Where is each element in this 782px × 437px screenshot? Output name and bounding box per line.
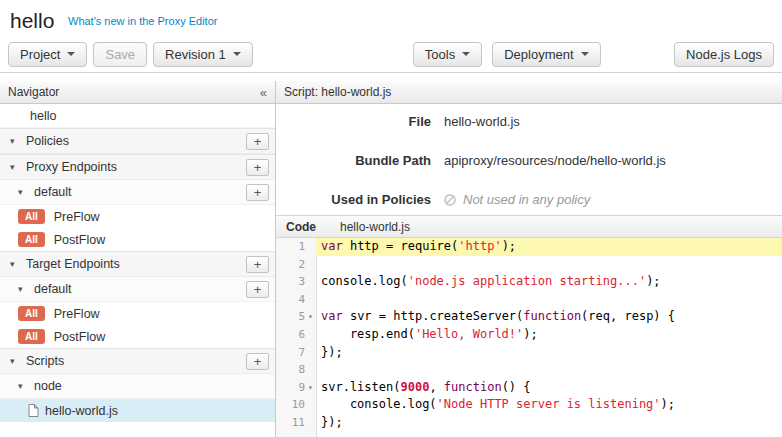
- expander-icon[interactable]: ▾: [18, 187, 28, 197]
- code-text[interactable]: console.log('node.js application startin…: [316, 273, 782, 291]
- toolbar: Project Save Revision 1 Tools Deployment: [0, 36, 782, 73]
- nav-row-label: Proxy Endpoints: [26, 160, 117, 174]
- nav-flow-proxy-postflow[interactable]: AllPostFlow: [0, 228, 275, 251]
- add-button[interactable]: +: [246, 256, 269, 273]
- code-text[interactable]: console.log('Node HTTP server is listeni…: [316, 396, 782, 414]
- expander-icon[interactable]: ▾: [18, 284, 28, 294]
- add-button[interactable]: +: [246, 353, 269, 370]
- nav-file-hello-world-js[interactable]: hello-world.js: [0, 399, 275, 422]
- nav-section-policies[interactable]: ▾Policies+: [0, 128, 275, 154]
- code-text[interactable]: var http = require('http');: [316, 238, 782, 256]
- tools-menu-button[interactable]: Tools: [413, 42, 482, 67]
- code-line-11: 11});: [276, 414, 782, 432]
- nav-subsection-proxy-default[interactable]: ▾default+: [0, 180, 275, 205]
- used-in-policies-row: Used in Policies Not used in any policy: [276, 192, 782, 207]
- expander-icon[interactable]: ▾: [10, 356, 20, 366]
- line-gutter: 2: [276, 256, 316, 274]
- unlink-icon: [444, 194, 456, 206]
- nav-section-target-endpoints[interactable]: ▾Target Endpoints+: [0, 251, 275, 277]
- page-header: hello What's new in the Proxy Editor: [0, 0, 782, 36]
- code-text[interactable]: [316, 361, 782, 379]
- code-text[interactable]: });: [316, 344, 782, 362]
- tools-menu-label: Tools: [425, 47, 455, 62]
- code-text[interactable]: [316, 291, 782, 309]
- nav-flow-target-postflow[interactable]: AllPostFlow: [0, 325, 275, 348]
- line-number: 4: [298, 291, 305, 309]
- code-bar-label: Code: [276, 220, 326, 234]
- fold-spacer: [305, 326, 316, 344]
- save-button-label: Save: [105, 47, 135, 62]
- deployment-menu-button[interactable]: Deployment: [492, 42, 600, 67]
- code-line-7: 7});: [276, 344, 782, 362]
- nav-row-label: hello: [30, 109, 56, 123]
- file-field-label: File: [276, 114, 431, 129]
- whats-new-link[interactable]: What's new in the Proxy Editor: [68, 15, 217, 27]
- expander-icon[interactable]: ▾: [10, 136, 20, 146]
- script-details-form: File hello-world.js Bundle Path apiproxy…: [276, 104, 782, 215]
- code-line-10: 10 console.log('Node HTTP server is list…: [276, 396, 782, 414]
- script-panel: Script: hello-world.js File hello-world.…: [276, 81, 782, 437]
- add-button[interactable]: +: [246, 133, 269, 150]
- code-text[interactable]: svr.listen(9000, function() {: [316, 379, 782, 397]
- proxy-title: hello: [10, 9, 54, 33]
- code-text[interactable]: var svr = http.createServer(function(req…: [316, 308, 782, 326]
- line-number: 1: [298, 238, 305, 256]
- line-gutter: 7: [276, 344, 316, 362]
- code-text[interactable]: });: [316, 414, 782, 432]
- add-button[interactable]: +: [246, 159, 269, 176]
- expander-icon[interactable]: ▾: [10, 259, 20, 269]
- add-button[interactable]: +: [246, 281, 269, 298]
- nav-item-hello[interactable]: hello: [0, 104, 275, 128]
- code-file-tab[interactable]: hello-world.js: [340, 220, 410, 234]
- line-number: 10: [292, 396, 305, 414]
- condition-badge: All: [18, 306, 45, 321]
- save-button[interactable]: Save: [93, 42, 147, 67]
- deployment-menu-label: Deployment: [504, 47, 573, 62]
- fold-spacer: [305, 291, 316, 309]
- nav-subsection-node[interactable]: ▾node: [0, 374, 275, 399]
- fold-spacer: [305, 344, 316, 362]
- toolbar-left-group: Project Save Revision 1: [8, 42, 253, 67]
- used-in-policies-label: Used in Policies: [276, 192, 431, 207]
- nav-row-label: PostFlow: [54, 233, 105, 247]
- line-gutter: 4: [276, 291, 316, 309]
- nodejs-logs-label: Node.js Logs: [686, 47, 762, 62]
- line-gutter: 9▾: [276, 379, 316, 397]
- add-button[interactable]: +: [246, 184, 269, 201]
- nav-section-proxy-endpoints[interactable]: ▾Proxy Endpoints+: [0, 154, 275, 180]
- nav-subsection-target-default[interactable]: ▾default+: [0, 277, 275, 302]
- condition-badge: All: [18, 209, 45, 224]
- line-number: 9: [298, 379, 305, 397]
- fold-icon[interactable]: ▾: [305, 308, 316, 326]
- nav-section-scripts[interactable]: ▾Scripts+: [0, 348, 275, 374]
- code-line-4: 4: [276, 291, 782, 309]
- expander-icon[interactable]: ▾: [18, 381, 28, 391]
- line-gutter: 11: [276, 414, 316, 432]
- code-editor[interactable]: 1var http = require('http');23console.lo…: [276, 238, 782, 437]
- fold-spacer: [305, 396, 316, 414]
- condition-badge: All: [18, 232, 45, 247]
- nav-flow-target-preflow[interactable]: AllPreFlow: [0, 302, 275, 325]
- collapse-panel-icon[interactable]: «: [260, 85, 267, 100]
- nav-row-label: Policies: [26, 134, 69, 148]
- nodejs-logs-button[interactable]: Node.js Logs: [674, 42, 774, 67]
- line-number: 7: [298, 344, 305, 362]
- expander-icon[interactable]: ▾: [10, 162, 20, 172]
- revision-menu-button[interactable]: Revision 1: [153, 42, 253, 67]
- project-menu-button[interactable]: Project: [8, 42, 87, 67]
- fold-spacer: [305, 361, 316, 379]
- code-text[interactable]: [316, 256, 782, 274]
- line-gutter: 5▾: [276, 308, 316, 326]
- line-gutter: 3: [276, 273, 316, 291]
- navigator-header: Navigator «: [0, 81, 275, 104]
- chevron-down-icon: [581, 52, 589, 56]
- file-icon: [28, 404, 39, 417]
- script-panel-header: Script: hello-world.js: [276, 81, 782, 104]
- nav-row-label: Target Endpoints: [26, 257, 120, 271]
- fold-icon[interactable]: ▾: [305, 379, 316, 397]
- nav-flow-proxy-preflow[interactable]: AllPreFlow: [0, 205, 275, 228]
- file-field-value: hello-world.js: [444, 114, 520, 129]
- code-text[interactable]: resp.end('Hello, World!');: [316, 326, 782, 344]
- line-gutter: 6: [276, 326, 316, 344]
- fold-spacer: [305, 256, 316, 274]
